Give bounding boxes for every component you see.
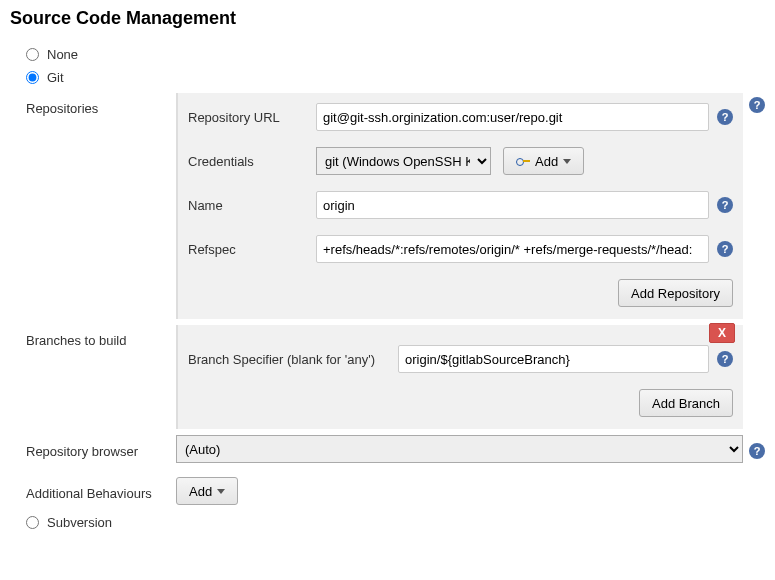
chevron-down-icon <box>217 489 225 494</box>
git-radio[interactable] <box>26 71 39 84</box>
credentials-select[interactable]: git (Windows OpenSSH Key) <box>316 147 491 175</box>
scm-option-none[interactable]: None <box>26 47 765 62</box>
additional-label: Additional Behaviours <box>26 482 176 501</box>
refspec-label: Refspec <box>188 242 316 257</box>
add-cred-label: Add <box>535 154 558 169</box>
none-radio[interactable] <box>26 48 39 61</box>
add-credentials-button[interactable]: Add <box>503 147 584 175</box>
help-icon[interactable]: ? <box>717 351 733 367</box>
repo-browser-row: Repository browser (Auto) ? <box>26 435 765 463</box>
key-icon <box>516 156 530 166</box>
scm-option-git[interactable]: Git <box>26 70 765 85</box>
chevron-down-icon <box>563 159 571 164</box>
repositories-row: Repositories Repository URL ? Credential… <box>26 93 765 319</box>
subversion-radio-label: Subversion <box>47 515 112 530</box>
help-icon[interactable]: ? <box>717 109 733 125</box>
repo-browser-select[interactable]: (Auto) <box>176 435 743 463</box>
help-icon[interactable]: ? <box>749 443 765 459</box>
help-icon[interactable]: ? <box>717 197 733 213</box>
repo-browser-label: Repository browser <box>26 440 176 459</box>
repo-url-input[interactable] <box>316 103 709 131</box>
scm-option-subversion[interactable]: Subversion <box>26 515 765 530</box>
repo-url-label: Repository URL <box>188 110 316 125</box>
branch-specifier-label: Branch Specifier (blank for 'any') <box>188 352 398 367</box>
section-title: Source Code Management <box>10 8 765 29</box>
refspec-input[interactable] <box>316 235 709 263</box>
add-branch-button[interactable]: Add Branch <box>639 389 733 417</box>
add-repository-button[interactable]: Add Repository <box>618 279 733 307</box>
name-label: Name <box>188 198 316 213</box>
additional-row: Additional Behaviours Add <box>26 477 765 505</box>
repositories-label: Repositories <box>26 93 176 116</box>
delete-branch-button[interactable]: X <box>709 323 735 343</box>
git-radio-label: Git <box>47 70 64 85</box>
branch-specifier-input[interactable] <box>398 345 709 373</box>
branches-box: X Branch Specifier (blank for 'any') ? A… <box>176 325 743 429</box>
credentials-label: Credentials <box>188 154 316 169</box>
subversion-radio[interactable] <box>26 516 39 529</box>
name-input[interactable] <box>316 191 709 219</box>
repositories-box: Repository URL ? Credentials git (Window… <box>176 93 743 319</box>
branches-row: Branches to build X Branch Specifier (bl… <box>26 325 765 429</box>
help-icon[interactable]: ? <box>717 241 733 257</box>
none-radio-label: None <box>47 47 78 62</box>
branches-label: Branches to build <box>26 325 176 348</box>
add-behaviour-label: Add <box>189 484 212 499</box>
add-behaviour-button[interactable]: Add <box>176 477 238 505</box>
help-icon[interactable]: ? <box>749 97 765 113</box>
